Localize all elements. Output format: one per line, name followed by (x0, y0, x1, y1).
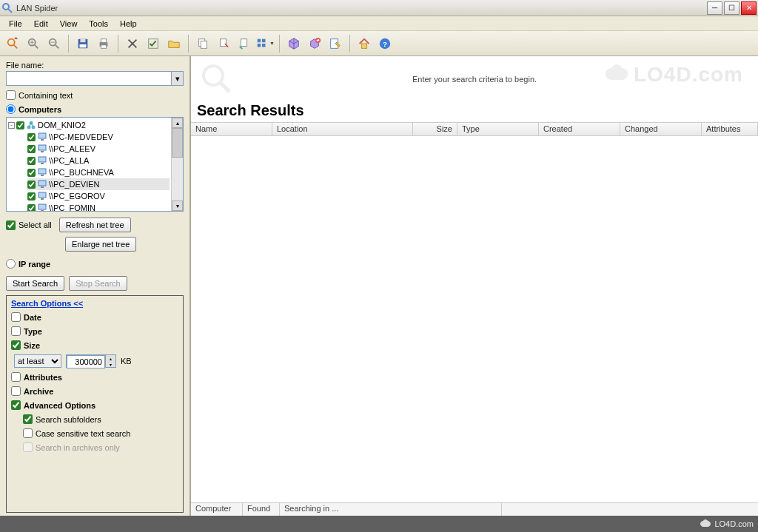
tree-item[interactable]: \\PC_EGOROV (27, 190, 170, 202)
svg-rect-47 (41, 186, 44, 188)
case-sensitive-checkbox[interactable] (23, 428, 33, 438)
maximize-button[interactable]: ☐ (724, 1, 739, 15)
collapse-icon[interactable]: - (8, 122, 15, 129)
tree-scrollbar[interactable]: ▴ ▾ (171, 118, 183, 211)
type-checkbox[interactable] (11, 326, 21, 336)
search-subfolders-checkbox[interactable] (23, 414, 33, 424)
cube-remove-icon[interactable] (305, 34, 324, 53)
svg-rect-43 (41, 163, 44, 164)
tree-item-checkbox[interactable] (27, 192, 36, 201)
col-type[interactable]: Type (457, 123, 539, 135)
ip-range-label: IP range (19, 260, 50, 269)
size-value-input[interactable] (67, 355, 105, 368)
col-changed[interactable]: Changed (620, 123, 702, 135)
view-options-icon[interactable]: ▼ (255, 34, 275, 53)
chevron-down-icon[interactable]: ▾ (171, 72, 183, 85)
search-subfolders-label: Search subfolders (36, 415, 101, 424)
menu-view[interactable]: View (54, 18, 84, 30)
delete-icon[interactable] (123, 34, 142, 53)
refresh-net-tree-button[interactable]: Refresh net tree (59, 218, 131, 232)
check-icon[interactable] (144, 34, 163, 53)
tree-item[interactable]: \\PC-MEDVEDEV (27, 131, 170, 143)
home-icon[interactable] (355, 34, 374, 53)
tree-item-label: \\PC_ALEEV (49, 144, 95, 153)
ip-range-radio[interactable] (6, 259, 16, 269)
close-button[interactable]: ✕ (741, 1, 757, 15)
date-label: Date (24, 313, 41, 322)
hint-text: Enter your search criteria to begin. (412, 75, 537, 84)
menu-tools[interactable]: Tools (83, 18, 114, 30)
paste-icon[interactable] (235, 34, 254, 53)
save-icon[interactable] (73, 34, 93, 53)
size-operator-select[interactable]: at least (14, 354, 61, 368)
search-options-toggle[interactable]: Search Options << (11, 299, 178, 308)
svg-rect-21 (201, 41, 207, 48)
search-icon[interactable] (3, 34, 22, 53)
footer: LO4D.com (0, 516, 758, 532)
svg-text:?: ? (383, 39, 387, 47)
select-all-checkbox[interactable] (6, 220, 16, 230)
col-name[interactable]: Name (191, 123, 272, 135)
folder-open-icon[interactable] (164, 34, 184, 53)
file-name-label: File name: (6, 61, 184, 70)
print-icon[interactable] (94, 34, 113, 53)
tree-item[interactable]: \\PC_ALEEV (27, 143, 170, 155)
svg-rect-42 (38, 157, 46, 162)
svg-line-3 (14, 44, 18, 48)
date-checkbox[interactable] (11, 312, 21, 322)
cut-icon[interactable] (214, 34, 233, 53)
edit-form-icon[interactable] (326, 34, 345, 53)
col-size[interactable]: Size (413, 123, 457, 135)
file-name-combo[interactable]: ▾ (6, 71, 184, 86)
magnifier-icon (198, 61, 234, 98)
archive-checkbox[interactable] (11, 386, 21, 396)
tree-item[interactable]: \\PC_DEVIEN (27, 178, 170, 190)
size-value-spinner[interactable]: ▴▾ (66, 354, 116, 368)
zoom-out-icon[interactable] (44, 34, 64, 53)
tree-item[interactable]: \\PC_BUCHNEVA (27, 166, 170, 178)
computer-icon (37, 144, 47, 154)
tree-root[interactable]: -DOM_KNIO2 (8, 119, 170, 131)
attributes-checkbox[interactable] (11, 372, 21, 382)
zoom-in-icon[interactable] (24, 34, 43, 53)
menu-file[interactable]: File (3, 18, 28, 30)
tree-item-checkbox[interactable] (27, 181, 36, 189)
spin-up-icon[interactable]: ▴ (105, 355, 115, 361)
computer-icon (37, 167, 47, 178)
svg-rect-13 (80, 44, 87, 47)
size-checkbox[interactable] (11, 340, 21, 350)
spin-down-icon[interactable]: ▾ (105, 361, 115, 367)
copy-icon[interactable] (193, 34, 212, 53)
tree-item[interactable]: \\PC_ALLA (27, 155, 170, 166)
col-location[interactable]: Location (272, 123, 413, 135)
start-search-button[interactable]: Start Search (6, 276, 64, 291)
scroll-up-icon[interactable]: ▴ (172, 118, 183, 128)
tree-item-checkbox[interactable] (27, 157, 36, 165)
advanced-checkbox[interactable] (11, 400, 21, 410)
help-icon[interactable]: ? (375, 34, 395, 53)
scroll-down-icon[interactable]: ▾ (172, 201, 183, 211)
svg-point-52 (204, 66, 223, 85)
containing-text-checkbox[interactable] (6, 90, 16, 100)
tree-root-checkbox[interactable] (16, 121, 24, 129)
file-name-input[interactable] (7, 72, 171, 85)
menu-edit[interactable]: Edit (28, 18, 54, 30)
enlarge-net-tree-button[interactable]: Enlarge net tree (65, 237, 136, 252)
col-created[interactable]: Created (539, 123, 620, 135)
col-attributes[interactable]: Attributes (702, 123, 758, 135)
svg-rect-46 (38, 181, 46, 186)
scroll-thumb[interactable] (172, 128, 183, 158)
tree-item-checkbox[interactable] (27, 169, 36, 177)
tree-item-checkbox[interactable] (27, 133, 36, 141)
tree-item-checkbox[interactable] (27, 204, 36, 212)
status-computer: Computer (191, 503, 243, 516)
computer-icon (37, 191, 47, 201)
computers-radio[interactable] (6, 104, 16, 114)
tree-item-checkbox[interactable] (27, 145, 36, 153)
cube-icon[interactable] (284, 34, 303, 53)
minimize-button[interactable]: ─ (707, 1, 722, 15)
tree-item[interactable]: \\PC_FOMIN (27, 202, 170, 211)
tree-root-label: DOM_KNIO2 (38, 121, 86, 129)
archive-label: Archive (24, 387, 53, 396)
menu-help[interactable]: Help (114, 18, 143, 30)
